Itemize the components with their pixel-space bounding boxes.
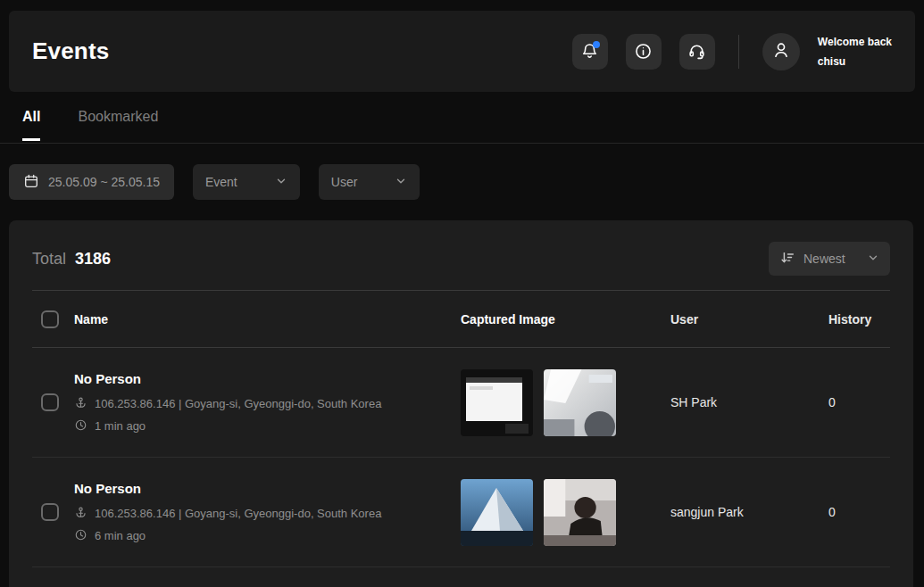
captured-image-screenshot[interactable] (461, 369, 533, 436)
captured-images (461, 369, 670, 436)
event-time: 1 min ago (74, 418, 461, 434)
header-actions: Welcome back chisu (572, 32, 892, 71)
row-checkbox[interactable] (41, 503, 59, 521)
select-all-checkbox[interactable] (41, 310, 59, 328)
tab-bookmarked[interactable]: Bookmarked (78, 109, 158, 141)
tabs: All Bookmarked (22, 109, 158, 141)
event-history-count: 0 (828, 395, 890, 409)
user-filter-label: User (331, 175, 358, 189)
event-user: sangjun Park (670, 505, 828, 519)
event-location-text: 106.253.86.146 | Goyang-si, Gyeonggi-do,… (95, 397, 381, 410)
support-button[interactable] (679, 34, 715, 70)
tabs-divider (0, 143, 924, 144)
sort-value: Newest (803, 252, 845, 266)
column-header-captured-image: Captured Image (461, 312, 670, 327)
tab-all[interactable]: All (22, 109, 40, 141)
event-history-count: 0 (828, 505, 890, 519)
headset-icon (687, 42, 706, 61)
event-time-text: 1 min ago (95, 419, 146, 433)
total-label: Total (32, 250, 66, 269)
ip-location-icon (74, 506, 87, 522)
header-divider (738, 35, 739, 69)
date-range-button[interactable]: 25.05.09 ~ 25.05.15 (9, 164, 174, 200)
user-icon (771, 40, 791, 63)
events-list-card: Total 3186 Newest (9, 220, 913, 587)
event-location-text: 106.253.86.146 | Goyang-si, Gyeonggi-do,… (95, 507, 381, 520)
info-button[interactable] (626, 34, 662, 70)
notification-dot (593, 41, 600, 48)
clock-icon (74, 528, 87, 544)
date-range-value: 25.05.09 ~ 25.05.15 (48, 175, 160, 189)
info-icon (634, 42, 653, 61)
header: Events (9, 11, 915, 92)
chevron-down-icon (867, 252, 879, 267)
table-row: No Person 106.253.86.146 | Goyang-si, Gy… (32, 348, 890, 458)
event-time: 6 min ago (74, 528, 461, 544)
events-table: Name Captured Image User History No Pers… (32, 290, 890, 567)
welcome-line1: Welcome back (818, 32, 892, 52)
filter-bar: 25.05.09 ~ 25.05.15 Event User (9, 164, 420, 200)
user-filter-dropdown[interactable]: User (319, 164, 420, 200)
welcome-text: Welcome back chisu (818, 32, 892, 71)
chevron-down-icon (395, 175, 407, 190)
event-filter-label: Event (205, 175, 237, 189)
row-checkbox[interactable] (41, 393, 59, 411)
notifications-button[interactable] (572, 34, 608, 70)
calendar-icon (23, 173, 39, 192)
event-name: No Person (74, 371, 461, 386)
captured-image-camera[interactable] (544, 369, 616, 436)
welcome-username: chisu (818, 52, 892, 71)
sort-dropdown[interactable]: Newest (769, 242, 890, 276)
chevron-down-icon (275, 175, 287, 190)
event-name: No Person (74, 481, 461, 496)
captured-image-camera[interactable] (544, 479, 616, 546)
clock-icon (74, 418, 87, 434)
total-count: 3186 (75, 250, 111, 269)
event-location: 106.253.86.146 | Goyang-si, Gyeonggi-do,… (74, 396, 461, 412)
event-location: 106.253.86.146 | Goyang-si, Gyeonggi-do,… (74, 506, 461, 522)
captured-image-screenshot[interactable] (461, 479, 533, 546)
event-user: SH Park (670, 395, 828, 409)
column-header-name: Name (74, 312, 461, 327)
table-row: No Person 106.253.86.146 | Goyang-si, Gy… (32, 458, 890, 567)
sort-icon (779, 250, 795, 269)
column-header-user: User (670, 312, 828, 327)
ip-location-icon (74, 396, 87, 412)
list-summary: Total 3186 Newest (32, 242, 890, 276)
event-filter-dropdown[interactable]: Event (193, 164, 300, 200)
avatar[interactable] (762, 33, 800, 70)
page-title: Events (32, 37, 109, 65)
event-time-text: 6 min ago (95, 529, 146, 542)
table-header-row: Name Captured Image User History (32, 290, 890, 348)
captured-images (461, 479, 670, 546)
column-header-history: History (828, 312, 890, 327)
